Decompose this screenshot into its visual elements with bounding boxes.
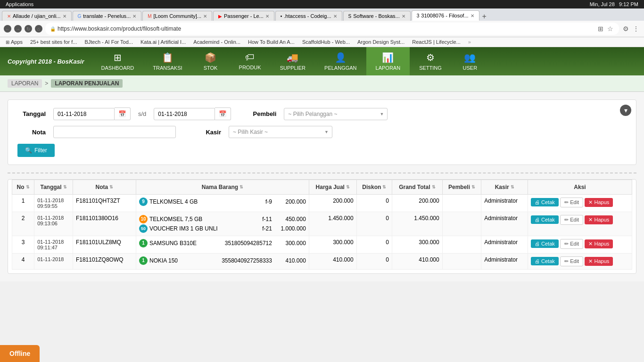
tab-filosoft[interactable]: 3 31008076 - Filosof... ✕ <box>412 10 479 21</box>
menu-icon[interactable]: ⋮ <box>632 24 640 33</box>
tab-translate[interactable]: G translate - Penelus... ✕ <box>73 11 142 21</box>
hapus-button[interactable]: ✕ Hapus <box>585 257 613 266</box>
more-bookmarks-icon[interactable]: » <box>468 39 471 45</box>
new-tab-button[interactable]: + <box>480 12 488 21</box>
hapus-button[interactable]: ✕ Hapus <box>585 215 613 224</box>
sort-diskon-icon[interactable]: ⇅ <box>382 185 386 189</box>
edit-button[interactable]: ✏ Edit <box>560 197 583 207</box>
nav-label-setting: SETTING <box>419 65 442 71</box>
nav-label-user: USER <box>463 65 478 71</box>
tab-close[interactable]: ✕ <box>203 14 207 19</box>
pembeli-select[interactable]: ~ Pilih Pelanggan ~ <box>284 108 388 120</box>
nav-item-pelanggan[interactable]: 👤 PELANGGAN <box>315 47 366 75</box>
bookmark-5[interactable]: How To Build An A... <box>246 39 297 45</box>
forward-button[interactable]: → <box>14 25 22 33</box>
cell-nota: F181101ULZ8MQ <box>73 236 136 254</box>
edit-button[interactable]: ✏ Edit <box>560 215 583 225</box>
sort-nama-icon[interactable]: ⇅ <box>239 185 243 189</box>
hapus-button[interactable]: ✕ Hapus <box>585 239 613 248</box>
cell-pembeli <box>442 254 481 270</box>
sort-pembeli-icon[interactable]: ⇅ <box>471 185 475 189</box>
filter-button[interactable]: 🔍 Filter <box>17 144 55 157</box>
edit-button[interactable]: ✏ Edit <box>560 239 583 249</box>
pembeli-select-wrapper: ~ Pilih Pelanggan ~ <box>284 108 388 120</box>
address-bar[interactable]: 🔒 https://www.boskasir.com/product/filos… <box>45 23 619 35</box>
tab-passenger[interactable]: ▶ Passenger - Le... ✕ <box>213 11 274 21</box>
sort-grand-total-icon[interactable]: ⇅ <box>432 185 436 189</box>
cell-aksi: 🖨 Cetak ✏ Edit ✕ Hapus <box>528 195 632 212</box>
url-display[interactable]: https://www.boskasir.com/product/filosof… <box>58 25 595 32</box>
tab-loom[interactable]: M [Loom Community]... ✕ <box>142 11 212 21</box>
bookmark-3[interactable]: Kata.ai | Artificial I... <box>139 39 188 45</box>
tab-close[interactable]: ✕ <box>132 14 136 19</box>
breadcrumb-parent[interactable]: LAPORAN <box>8 79 42 88</box>
nav-item-transaksi[interactable]: 📋 TRANSAKSI <box>143 47 191 75</box>
bookmark-star-icon[interactable]: ☆ <box>606 24 614 33</box>
cell-tanggal: 01-11-2018 <box>34 254 73 270</box>
cell-kasir: Administrator <box>481 254 528 270</box>
tab-software[interactable]: S Software - Boskas... ✕ <box>343 11 411 21</box>
date-from-input[interactable] <box>53 108 115 120</box>
tab-close[interactable]: ✕ <box>265 14 269 19</box>
th-diskon-label: Diskon <box>362 184 381 190</box>
bookmark-7[interactable]: Argon Design Syst... <box>355 39 406 45</box>
back-button[interactable]: ← <box>4 25 11 33</box>
nota-label: Nota <box>17 129 46 136</box>
cetak-button[interactable]: 🖨 Cetak <box>531 198 559 206</box>
nota-input[interactable] <box>53 126 176 138</box>
nav-item-produk[interactable]: 🏷 PRODUK <box>230 47 271 75</box>
hapus-button[interactable]: ✕ Hapus <box>585 198 613 207</box>
bookmark-6[interactable]: ScaffoldHub - Web... <box>300 39 352 45</box>
home-button[interactable]: ⌂ <box>35 25 42 33</box>
item-price: 450.000 <box>278 216 306 222</box>
nav-item-user[interactable]: 👥 USER <box>451 47 489 75</box>
table-header-row: No ⇅ Tanggal ⇅ Nota ⇅ Nama Barang ⇅ Harg… <box>12 180 632 195</box>
cell-nota: F181101380O16 <box>73 212 136 236</box>
tab-allaude[interactable]: ✕ Allaude / ujian_onli... ✕ <box>2 11 72 21</box>
nav-item-stok[interactable]: 📦 STOK <box>192 47 230 75</box>
bookmark-8[interactable]: ReactJS | Lifecycle... <box>410 39 462 45</box>
cetak-button[interactable]: 🖨 Cetak <box>531 239 559 248</box>
filter-toggle-button[interactable]: ▾ <box>620 105 631 116</box>
reload-button[interactable]: ↻ <box>25 25 32 33</box>
item-code: 3558040927258333 <box>222 257 272 264</box>
bookmark-2[interactable]: BJtech - AI For Tod... <box>83 39 135 45</box>
tab-close[interactable]: ✕ <box>333 14 337 19</box>
cell-harga-jual: 410.000 <box>309 254 356 270</box>
sort-no-icon[interactable]: ⇅ <box>26 185 30 189</box>
item-code-2: f-21 <box>262 225 272 232</box>
sort-kasir-icon[interactable]: ⇅ <box>511 185 514 189</box>
nav-item-supplier[interactable]: 🚚 SUPPLIER <box>271 47 315 75</box>
tab-close-active[interactable]: ✕ <box>471 13 474 18</box>
nav-item-setting[interactable]: ⚙ SETTING <box>410 47 451 75</box>
cetak-button[interactable]: 🖨 Cetak <box>531 257 559 265</box>
bookmark-apps[interactable]: ⊞ Apps <box>4 39 25 45</box>
bookmark-1[interactable]: 25+ best sites for f... <box>28 39 79 45</box>
calendar-to-button[interactable]: 📅 <box>215 107 231 120</box>
reader-icon[interactable]: ⊞ <box>597 24 604 33</box>
cell-pembeli <box>442 212 481 236</box>
nav-item-dashboard[interactable]: ⊞ DASHBOARD <box>92 47 144 75</box>
cell-nota: F181101QHT3ZT <box>73 195 136 212</box>
tab-close[interactable]: ✕ <box>402 14 405 19</box>
tab-htaccess[interactable]: • .htaccess - Codeig... ✕ <box>275 11 342 21</box>
date-to-input[interactable] <box>154 108 215 120</box>
calendar-from-button[interactable]: 📅 <box>115 107 131 120</box>
nav-item-laporan[interactable]: 📊 LAPORAN <box>366 47 410 75</box>
cetak-button[interactable]: 🖨 Cetak <box>531 215 559 224</box>
extensions-icon[interactable]: ⚙ <box>622 24 630 33</box>
edit-button[interactable]: ✏ Edit <box>560 256 583 266</box>
stok-icon: 📦 <box>205 52 216 63</box>
sort-harga-icon[interactable]: ⇅ <box>346 185 350 189</box>
item-price: 300.000 <box>278 240 306 247</box>
kasir-select[interactable]: ~ Pilih Kasir ~ <box>229 126 332 138</box>
sort-nota-icon[interactable]: ⇅ <box>109 185 113 189</box>
transaksi-icon: 📋 <box>162 52 173 63</box>
bookmark-7-label: Argon Design Syst... <box>357 39 405 45</box>
tab-close[interactable]: ✕ <box>63 14 66 19</box>
datetime: Min, Jul 28 9:12 PM <box>590 1 638 7</box>
cell-diskon: 0 <box>356 195 392 212</box>
sort-tanggal-icon[interactable]: ⇅ <box>63 185 67 189</box>
bookmark-4[interactable]: Academind - Onlin... <box>191 39 242 45</box>
th-pembeli: Pembeli ⇅ <box>442 180 481 195</box>
